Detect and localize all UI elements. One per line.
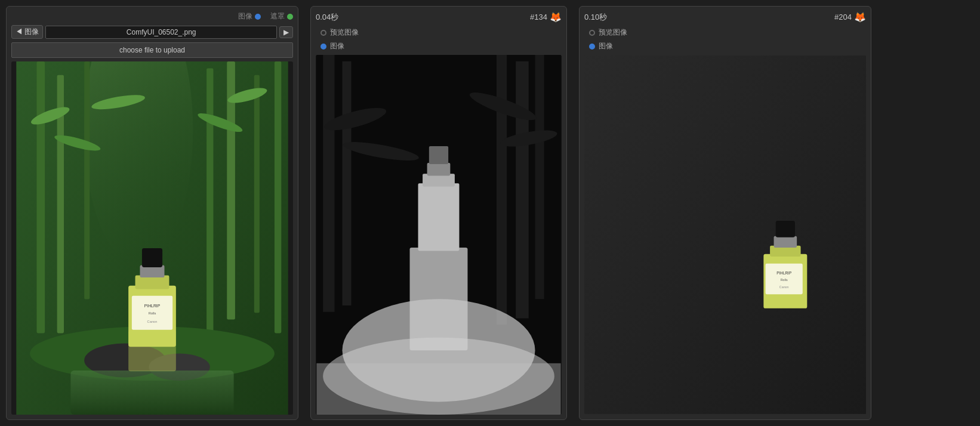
upload-button[interactable]: choose file to upload <box>11 42 293 58</box>
svg-rect-41 <box>429 146 448 164</box>
middle-node-id-badge: #134 🦊 <box>530 11 562 23</box>
right-node-id-badge: #204 🦊 <box>834 11 866 23</box>
svg-rect-32 <box>535 55 544 299</box>
right-preview-row: 预览图像 <box>584 27 866 38</box>
left-preview-svg: PIHLRIP Rolls Canon <box>11 61 293 415</box>
svg-rect-4 <box>84 61 90 299</box>
svg-rect-49 <box>776 221 795 237</box>
middle-fox-emoji: 🦊 <box>550 11 562 23</box>
right-image-row: 图像 <box>584 41 866 51</box>
svg-rect-31 <box>516 61 529 319</box>
svg-text:Rolls: Rolls <box>781 278 788 282</box>
middle-timer: 0.04秒 <box>316 12 338 23</box>
mask-label-text: 遮罩 <box>270 11 285 21</box>
svg-text:Canon: Canon <box>147 320 158 323</box>
connector-image-label: 图像 <box>238 11 261 21</box>
svg-rect-2 <box>36 61 45 333</box>
right-preview-label: 预览图像 <box>599 27 627 38</box>
svg-rect-45 <box>584 55 866 414</box>
middle-image-preview <box>316 55 562 415</box>
svg-rect-38 <box>418 183 460 251</box>
connector-mask-label: 遮罩 <box>270 11 293 21</box>
right-image-label: 图像 <box>599 41 613 51</box>
right-image-dot[interactable] <box>589 44 595 50</box>
svg-rect-30 <box>497 55 507 325</box>
svg-rect-44 <box>316 363 560 415</box>
middle-image-row: 图像 <box>316 41 562 51</box>
mask-connector-dot[interactable] <box>287 14 293 20</box>
right-node-header: 0.10秒 #204 🦊 <box>584 11 866 23</box>
prev-image-btn[interactable]: ◀ 图像 <box>11 25 43 39</box>
node-preview-right: 0.10秒 #204 🦊 预览图像 图像 <box>579 6 871 420</box>
middle-image-label: 图像 <box>330 41 344 51</box>
middle-preview-row: 预览图像 <box>316 27 562 38</box>
svg-rect-40 <box>427 163 451 176</box>
svg-text:Canon: Canon <box>779 285 789 289</box>
svg-rect-29 <box>342 61 351 305</box>
next-image-btn[interactable]: ▶ <box>279 26 293 38</box>
node-preview-middle: 0.04秒 #134 🦊 预览图像 图像 <box>310 6 567 420</box>
image-label-text: 图像 <box>238 11 252 21</box>
svg-rect-17 <box>70 371 233 415</box>
canvas-area: 图像 遮罩 ◀ 图像 ComfyUI_06502_.png ▶ choose f… <box>0 0 980 426</box>
filename-display: ComfyUI_06502_.png <box>45 26 277 39</box>
node-load-image: 图像 遮罩 ◀ 图像 ComfyUI_06502_.png ▶ choose f… <box>6 6 298 420</box>
right-node-id: #204 <box>834 13 852 21</box>
right-timer: 0.10秒 <box>584 12 607 23</box>
middle-preview-label: 预览图像 <box>330 27 359 38</box>
svg-text:PIHLRIP: PIHLRIP <box>144 304 161 308</box>
svg-text:Rolls: Rolls <box>149 311 156 315</box>
connector-labels: 图像 遮罩 <box>11 11 293 23</box>
svg-text:PIHLRIP: PIHLRIP <box>776 271 791 275</box>
right-preview-svg: PIHLRIP Rolls Canon <box>584 55 866 415</box>
svg-rect-7 <box>254 75 260 313</box>
svg-rect-26 <box>128 331 176 371</box>
svg-rect-48 <box>774 236 797 248</box>
filename-nav-bar: ◀ 图像 ComfyUI_06502_.png ▶ <box>11 25 293 39</box>
svg-rect-21 <box>142 248 162 267</box>
right-image-preview: PIHLRIP Rolls Canon <box>584 55 866 415</box>
right-fox-emoji: 🦊 <box>854 11 866 23</box>
svg-rect-28 <box>323 55 334 312</box>
left-image-preview: PIHLRIP Rolls Canon <box>11 61 293 415</box>
right-preview-dot[interactable] <box>589 30 595 36</box>
middle-image-dot[interactable] <box>320 44 326 50</box>
depth-map-svg <box>316 55 562 415</box>
svg-rect-5 <box>207 68 213 339</box>
middle-node-header: 0.04秒 #134 🦊 <box>316 11 562 23</box>
svg-rect-8 <box>275 61 281 333</box>
middle-preview-dot[interactable] <box>320 30 326 36</box>
middle-node-id: #134 <box>530 13 547 21</box>
image-connector-dot[interactable] <box>255 14 261 20</box>
